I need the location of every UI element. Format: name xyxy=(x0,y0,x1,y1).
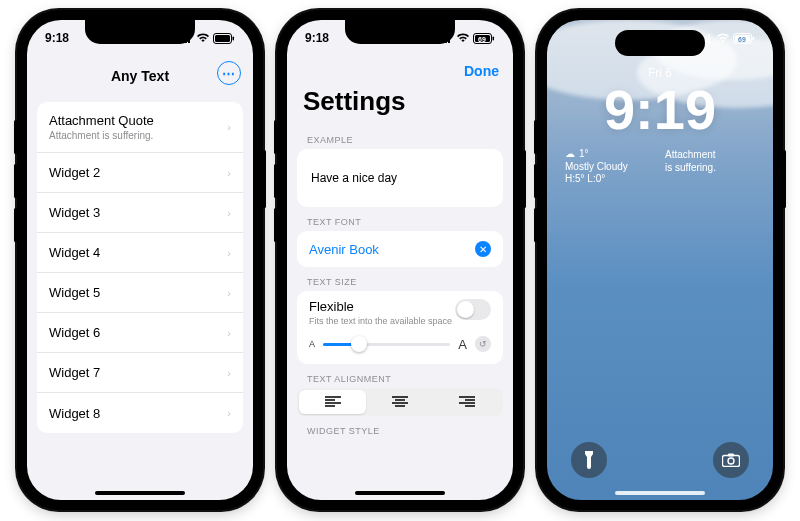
clear-font-button[interactable]: ✕ xyxy=(475,241,491,257)
list-row[interactable]: Widget 5 › xyxy=(37,273,243,313)
slider-thumb[interactable] xyxy=(351,336,367,352)
font-picker-row[interactable]: Avenir Book ✕ xyxy=(297,231,503,267)
status-time: 9:18 xyxy=(45,31,69,45)
home-indicator[interactable] xyxy=(615,491,705,495)
svg-text:69: 69 xyxy=(478,35,486,42)
camera-icon xyxy=(722,453,740,467)
list-row[interactable]: Widget 3 › xyxy=(37,193,243,233)
slider-min-label: A xyxy=(309,339,315,349)
status-indicators: 69 xyxy=(699,33,755,44)
cloud-icon: ☁ xyxy=(565,148,575,161)
svg-rect-33 xyxy=(753,36,755,40)
list-row[interactable]: Attachment Quote Attachment is suffering… xyxy=(37,102,243,153)
list-row[interactable]: Widget 8 › xyxy=(37,393,243,433)
row-title: Widget 3 xyxy=(49,205,100,220)
text-alignment-segmented[interactable] xyxy=(297,388,503,416)
notch xyxy=(85,20,195,44)
flashlight-button[interactable] xyxy=(571,442,607,478)
home-indicator[interactable] xyxy=(95,491,185,495)
ellipsis-icon: ⋯ xyxy=(222,66,236,81)
text-size-card: Flexible Fits the text into the availabl… xyxy=(297,291,503,364)
quote-text: Attachment is suffering. xyxy=(665,149,716,173)
flexible-toggle[interactable] xyxy=(455,299,491,320)
home-indicator[interactable] xyxy=(355,491,445,495)
row-title: Widget 7 xyxy=(49,365,100,380)
widget-list[interactable]: Attachment Quote Attachment is suffering… xyxy=(37,102,243,433)
example-text: Have a nice day xyxy=(311,171,397,185)
status-time: 9:18 xyxy=(305,31,329,45)
text-widget[interactable]: Attachment is suffering. xyxy=(665,148,755,186)
lockscreen-actions xyxy=(547,442,773,478)
chevron-right-icon: › xyxy=(227,367,231,379)
settings-title: Settings xyxy=(287,86,513,125)
font-name-label: Avenir Book xyxy=(309,242,379,257)
modal-toolbar: Done xyxy=(287,56,513,86)
chevron-right-icon: › xyxy=(227,287,231,299)
section-header-alignment: TEXT ALIGNMENT xyxy=(287,364,513,388)
lock-screen: 69 Fri 6 9:19 ☁ 1° Mostly Cloudy H:5° L:… xyxy=(547,20,773,500)
screen-widget-list: 9:18 Any Text ⋯ Attachment Quote Attachm… xyxy=(27,20,253,500)
svg-rect-6 xyxy=(233,36,235,40)
svg-rect-37 xyxy=(728,454,734,457)
row-title: Widget 5 xyxy=(49,285,100,300)
reset-icon: ↺ xyxy=(479,339,487,349)
battery-icon xyxy=(213,33,235,44)
nav-bar: Any Text ⋯ xyxy=(27,56,253,96)
row-title: Attachment Quote xyxy=(49,113,154,128)
svg-rect-30 xyxy=(708,34,710,43)
screen-settings: 9:18 69 Done Settings EXAMPLE Have a nic… xyxy=(287,20,513,500)
camera-button[interactable] xyxy=(713,442,749,478)
dynamic-island xyxy=(615,30,705,56)
section-header-widget-style: WIDGET STYLE xyxy=(287,416,513,440)
svg-rect-13 xyxy=(493,36,495,40)
xmark-icon: ✕ xyxy=(479,244,487,255)
list-row[interactable]: Widget 7 › xyxy=(37,353,243,393)
battery-icon: 69 xyxy=(473,33,495,44)
notch xyxy=(345,20,455,44)
list-row[interactable]: Widget 4 › xyxy=(37,233,243,273)
section-header-example: EXAMPLE xyxy=(287,125,513,149)
flashlight-icon xyxy=(582,451,596,469)
flexible-title: Flexible xyxy=(309,299,452,314)
reset-size-button[interactable]: ↺ xyxy=(475,336,491,352)
row-subtitle: Attachment is suffering. xyxy=(49,130,154,141)
lockscreen-widgets: ☁ 1° Mostly Cloudy H:5° L:0° Attachment … xyxy=(547,138,773,186)
nav-title: Any Text xyxy=(111,68,169,84)
weather-hilo: H:5° L:0° xyxy=(565,173,628,186)
align-right-icon xyxy=(459,396,475,408)
battery-icon: 69 xyxy=(733,33,755,44)
align-left-icon xyxy=(325,396,341,408)
weather-widget[interactable]: ☁ 1° Mostly Cloudy H:5° L:0° xyxy=(565,148,628,186)
example-preview: Have a nice day xyxy=(297,149,503,207)
section-header-size: TEXT SIZE xyxy=(287,267,513,291)
svg-rect-29 xyxy=(705,36,707,43)
chevron-right-icon: › xyxy=(227,327,231,339)
svg-point-36 xyxy=(728,458,734,464)
align-right-option[interactable] xyxy=(434,390,501,414)
row-title: Widget 6 xyxy=(49,325,100,340)
flexible-subtitle: Fits the text into the available space xyxy=(309,316,452,326)
align-center-icon xyxy=(392,396,408,408)
section-header-font: TEXT FONT xyxy=(287,207,513,231)
phone-3: 69 Fri 6 9:19 ☁ 1° Mostly Cloudy H:5° L:… xyxy=(537,10,783,510)
chevron-right-icon: › xyxy=(227,247,231,259)
more-button[interactable]: ⋯ xyxy=(217,61,241,85)
chevron-right-icon: › xyxy=(227,407,231,419)
list-row[interactable]: Widget 2 › xyxy=(37,153,243,193)
svg-rect-35 xyxy=(723,456,740,467)
wifi-icon xyxy=(196,33,210,43)
svg-rect-5 xyxy=(215,35,230,42)
align-center-option[interactable] xyxy=(366,390,433,414)
text-size-slider[interactable] xyxy=(323,336,450,352)
chevron-right-icon: › xyxy=(227,121,231,133)
row-title: Widget 4 xyxy=(49,245,100,260)
phone-2: 9:18 69 Done Settings EXAMPLE Have a nic… xyxy=(277,10,523,510)
align-left-option[interactable] xyxy=(299,390,366,414)
chevron-right-icon: › xyxy=(227,167,231,179)
row-title: Widget 8 xyxy=(49,406,100,421)
slider-max-label: A xyxy=(458,337,467,352)
wifi-icon xyxy=(456,33,470,43)
done-button[interactable]: Done xyxy=(464,63,499,79)
list-row[interactable]: Widget 6 › xyxy=(37,313,243,353)
svg-text:69: 69 xyxy=(738,35,746,42)
